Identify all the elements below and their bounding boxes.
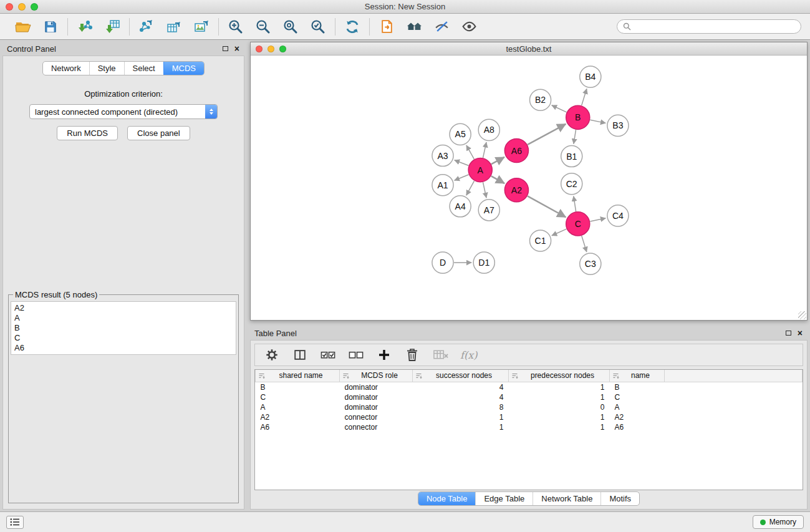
tab-edge-table[interactable]: Edge Table bbox=[475, 492, 533, 505]
table-row[interactable]: Cdominator41C bbox=[256, 392, 803, 402]
export-network-button[interactable] bbox=[137, 17, 156, 37]
node-D1[interactable]: D1 bbox=[473, 252, 494, 273]
minimize-network-window-button[interactable] bbox=[268, 46, 274, 52]
edge-A-A2[interactable] bbox=[491, 176, 504, 183]
table-cell[interactable]: 1 bbox=[509, 382, 610, 392]
node-D[interactable]: D bbox=[432, 252, 453, 273]
table-cell[interactable]: dominator bbox=[340, 392, 413, 402]
tab-mcds[interactable]: MCDS bbox=[163, 62, 204, 75]
show-hide-button[interactable] bbox=[460, 17, 478, 37]
window-resize-handle[interactable] bbox=[798, 311, 806, 319]
mcds-result-item[interactable]: A6 bbox=[14, 343, 233, 353]
table-row[interactable]: Bdominator41B bbox=[256, 382, 803, 392]
node-B3[interactable]: B3 bbox=[607, 115, 629, 136]
home-button[interactable] bbox=[405, 17, 423, 37]
function-builder-icon[interactable]: f(x) bbox=[460, 349, 477, 361]
tab-motifs[interactable]: Motifs bbox=[600, 492, 639, 505]
mcds-result-item[interactable]: C bbox=[14, 333, 233, 343]
open-ndex-button[interactable] bbox=[377, 17, 396, 37]
annotation-button[interactable] bbox=[432, 17, 451, 37]
float-table-panel-icon[interactable] bbox=[786, 331, 791, 336]
open-session-button[interactable] bbox=[14, 17, 32, 37]
close-panel-icon[interactable]: × bbox=[234, 46, 239, 52]
column-header-successor-nodes[interactable]: successor nodes bbox=[413, 370, 509, 382]
node-C2[interactable]: C2 bbox=[561, 173, 582, 195]
table-cell[interactable]: A2 bbox=[256, 412, 340, 422]
column-header-predecessor-nodes[interactable]: predecessor nodes bbox=[509, 370, 610, 382]
edge-C-C4[interactable] bbox=[590, 218, 605, 221]
node-A8[interactable]: A8 bbox=[478, 119, 499, 140]
node-B4[interactable]: B4 bbox=[580, 66, 601, 87]
edge-A-A3[interactable] bbox=[455, 160, 469, 166]
node-A[interactable]: A bbox=[468, 158, 492, 182]
delete-columns-button[interactable] bbox=[404, 345, 420, 365]
search-box[interactable] bbox=[617, 19, 801, 34]
tab-network-table[interactable]: Network Table bbox=[533, 492, 600, 505]
edge-A2-C[interactable] bbox=[528, 196, 566, 217]
table-cell[interactable]: connector bbox=[340, 412, 413, 422]
edge-A-A4[interactable] bbox=[466, 181, 475, 195]
column-header-MCDS-role[interactable]: MCDS role bbox=[340, 370, 413, 382]
column-header-shared-name[interactable]: shared name bbox=[256, 370, 340, 382]
zoom-network-window-button[interactable] bbox=[279, 46, 286, 52]
node-C4[interactable]: C4 bbox=[607, 205, 629, 226]
refresh-view-button[interactable] bbox=[343, 17, 362, 37]
edge-B-B3[interactable] bbox=[590, 120, 605, 123]
unselect-all-columns-button[interactable] bbox=[348, 345, 364, 365]
node-B[interactable]: B bbox=[566, 105, 590, 129]
node-B2[interactable]: B2 bbox=[529, 89, 551, 110]
mcds-result-item[interactable]: A bbox=[14, 313, 233, 323]
close-window-button[interactable] bbox=[6, 3, 13, 11]
delete-table-button[interactable] bbox=[432, 345, 448, 365]
node-B1[interactable]: B1 bbox=[561, 145, 582, 167]
table-cell[interactable]: A6 bbox=[610, 422, 665, 432]
close-network-window-button[interactable] bbox=[256, 46, 263, 52]
tab-network[interactable]: Network bbox=[43, 62, 89, 75]
table-cell[interactable]: dominator bbox=[340, 382, 413, 392]
close-table-panel-icon[interactable]: × bbox=[798, 330, 803, 336]
node-A1[interactable]: A1 bbox=[432, 175, 453, 196]
edge-A-A8[interactable] bbox=[483, 142, 486, 158]
edge-B-B2[interactable] bbox=[552, 105, 567, 112]
tab-style[interactable]: Style bbox=[89, 62, 124, 75]
zoom-in-button[interactable] bbox=[226, 17, 245, 37]
create-column-button[interactable] bbox=[376, 345, 392, 365]
node-C[interactable]: C bbox=[566, 212, 590, 236]
table-cell[interactable]: 1 bbox=[509, 422, 610, 432]
node-A6[interactable]: A6 bbox=[504, 138, 528, 162]
table-cell[interactable]: A bbox=[256, 402, 340, 412]
criterion-dropdown[interactable]: largest connected component (directed) bbox=[29, 104, 218, 119]
edge-B-B1[interactable] bbox=[574, 130, 576, 144]
table-cell[interactable]: A6 bbox=[256, 422, 340, 432]
tab-select[interactable]: Select bbox=[124, 62, 163, 75]
edge-C-C3[interactable] bbox=[582, 236, 587, 252]
node-C3[interactable]: C3 bbox=[580, 253, 601, 274]
tab-node-table[interactable]: Node Table bbox=[418, 492, 476, 505]
table-cell[interactable]: A2 bbox=[610, 412, 665, 422]
table-cell[interactable]: 1 bbox=[413, 422, 509, 432]
edge-A-A1[interactable] bbox=[455, 175, 469, 180]
edge-C-C1[interactable] bbox=[552, 229, 567, 236]
mcds-result-item[interactable]: A2 bbox=[14, 303, 233, 313]
task-history-button[interactable] bbox=[6, 516, 24, 529]
import-network-button[interactable] bbox=[75, 17, 94, 37]
table-cell[interactable]: B bbox=[256, 382, 340, 392]
memory-button[interactable]: Memory bbox=[753, 515, 804, 529]
table-row[interactable]: Adominator80A bbox=[256, 402, 803, 412]
table-cell[interactable]: 4 bbox=[413, 392, 509, 402]
node-C1[interactable]: C1 bbox=[529, 230, 551, 251]
table-cell[interactable]: 1 bbox=[509, 392, 610, 402]
zoom-fit-button[interactable] bbox=[281, 17, 300, 37]
table-cell[interactable]: B bbox=[610, 382, 665, 392]
zoom-window-button[interactable] bbox=[31, 3, 38, 11]
table-cell[interactable]: C bbox=[256, 392, 340, 402]
table-cell[interactable]: connector bbox=[340, 422, 413, 432]
table-cell[interactable]: dominator bbox=[340, 402, 413, 412]
show-columns-button[interactable] bbox=[292, 345, 308, 365]
node-A7[interactable]: A7 bbox=[478, 200, 499, 221]
import-table-button[interactable] bbox=[103, 17, 122, 37]
table-cell[interactable]: 0 bbox=[509, 402, 610, 412]
export-table-button[interactable] bbox=[165, 17, 183, 37]
table-cell[interactable]: C bbox=[610, 392, 665, 402]
edge-A6-B[interactable] bbox=[528, 124, 566, 145]
